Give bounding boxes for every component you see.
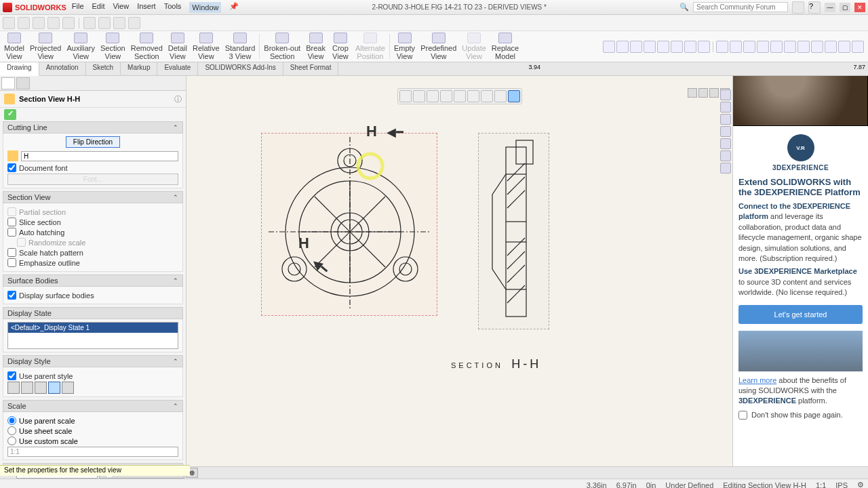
display-style-header[interactable]: Display Style⌃ [3,355,183,367]
menu-file[interactable]: File [72,2,84,13]
surface-bodies-header[interactable]: Surface Bodies⌃ [3,274,183,287]
break-view-button[interactable]: BreakView [303,31,328,62]
tab-markup[interactable]: Markup [121,62,157,75]
tool-icon[interactable] [811,41,823,53]
replace-model-button[interactable]: ReplaceModel [489,31,521,62]
menu-view[interactable]: View [113,2,129,13]
empty-view-button[interactable]: EmptyView [391,31,418,62]
help-icon[interactable]: ⓘ [174,94,182,104]
open-icon[interactable] [18,17,30,29]
projected-view-button[interactable]: ProjectedView [27,31,64,62]
save-icon[interactable] [33,17,45,29]
tool-icon[interactable] [743,41,755,53]
menu-edit[interactable]: Edit [92,2,105,13]
use-sheet-scale-radio[interactable] [7,426,16,435]
scale-hatch-checkbox[interactable] [7,248,16,257]
tool-icon[interactable] [716,41,728,53]
detail-view-button[interactable]: DetailView [165,31,190,62]
display-state-item[interactable]: <Default>_Display State 1 [8,323,178,333]
section-label-input[interactable] [21,151,178,161]
auxiliary-view-button[interactable]: AuxiliaryView [64,31,98,62]
help-icon[interactable]: ? [808,1,821,14]
status-gear-icon[interactable]: ⚙ [857,481,864,488]
use-parent-scale-radio[interactable] [7,416,16,425]
display-state-list[interactable]: <Default>_Display State 1 [7,322,178,349]
standard-3view-button[interactable]: Standard3 View [222,31,258,62]
document-font-checkbox[interactable] [7,163,16,172]
ok-button[interactable]: ✓ [4,109,16,120]
panel-tab-config[interactable] [16,77,30,89]
emphasize-outline-checkbox[interactable] [7,258,16,267]
new-icon[interactable] [3,17,15,29]
display-state-header[interactable]: Display State [3,307,183,319]
use-custom-scale-radio[interactable] [7,436,16,445]
get-started-button[interactable]: Let's get started [738,305,863,324]
tool-icon[interactable] [770,41,783,53]
menu-pin-icon[interactable]: 📌 [229,2,239,13]
tab-annotation[interactable]: Annotation [39,62,86,75]
tab-addins[interactable]: SOLIDWORKS Add-Ins [198,62,283,75]
display-surface-checkbox[interactable] [7,291,16,300]
login-icon[interactable] [792,1,804,14]
broken-out-section-button[interactable]: Broken-outSection [261,31,303,62]
tool-icon[interactable] [616,41,629,53]
wireframe-button[interactable] [7,382,20,394]
tool-icon[interactable] [657,41,669,53]
hidden-removed-button[interactable] [35,382,47,394]
shaded-button[interactable] [62,382,74,394]
resources-icon[interactable] [720,89,731,100]
tool-icon[interactable] [730,41,742,53]
section-view-header[interactable]: Section View⌃ [3,191,183,203]
tool-icon[interactable] [825,41,837,53]
options-icon[interactable] [113,17,125,29]
tool-icon[interactable] [698,41,710,53]
design-library-icon[interactable] [720,102,731,113]
auto-hatching-checkbox[interactable] [7,228,16,237]
forum-icon[interactable] [720,163,731,174]
gear-icon[interactable] [128,17,140,29]
tool-icon[interactable] [757,41,769,53]
minimize-button[interactable]: — [825,3,835,12]
learn-more-link[interactable]: Learn more [738,376,776,384]
slice-section-checkbox[interactable] [7,218,16,226]
tab-sheet-format[interactable]: Sheet Format [283,62,339,75]
rebuild-icon[interactable] [98,17,111,29]
menu-window[interactable]: Window [189,2,221,13]
tool-icon[interactable] [644,41,656,53]
undo-icon[interactable] [62,17,75,29]
tool-icon[interactable] [838,41,850,53]
front-view-boundary[interactable] [261,133,437,316]
tab-sketch[interactable]: Sketch [86,62,121,75]
appearances-icon[interactable] [720,138,731,149]
tab-evaluate[interactable]: Evaluate [157,62,198,75]
scale-header[interactable]: Scale⌃ [3,400,183,412]
tool-icon[interactable] [671,41,683,53]
menu-tools[interactable]: Tools [164,2,182,13]
custom-props-icon[interactable] [720,150,731,161]
flip-direction-button[interactable]: Flip Direction [66,136,120,148]
dont-show-checkbox[interactable] [738,411,747,420]
view-palette-icon[interactable] [720,126,731,137]
maximize-button[interactable]: ▢ [840,3,850,12]
tool-icon[interactable] [784,41,796,53]
file-explorer-icon[interactable] [720,114,731,125]
section-view-button[interactable]: SectionView [98,31,128,62]
tool-icon[interactable] [603,41,615,53]
shaded-edges-button[interactable] [48,382,60,394]
tool-icon[interactable] [852,41,864,53]
relative-view-button[interactable]: RelativeView [190,31,222,62]
section-view-boundary[interactable] [478,133,549,329]
menu-insert[interactable]: Insert [137,2,156,13]
select-icon[interactable] [83,17,96,29]
tool-icon[interactable] [630,41,642,53]
status-units[interactable]: IPS [835,481,848,489]
removed-section-button[interactable]: RemovedSection [128,31,165,62]
tool-icon[interactable] [684,41,696,53]
drawing-canvas[interactable]: H ◀━ H ◀━ [186,76,732,466]
cutting-line-header[interactable]: Cutting Line⌃ [3,121,183,134]
panel-tab-feature[interactable] [1,77,15,89]
hidden-visible-button[interactable] [21,382,33,394]
tool-icon[interactable] [797,41,810,53]
model-view-button[interactable]: ModelView [1,31,27,62]
search-input[interactable] [693,2,788,12]
